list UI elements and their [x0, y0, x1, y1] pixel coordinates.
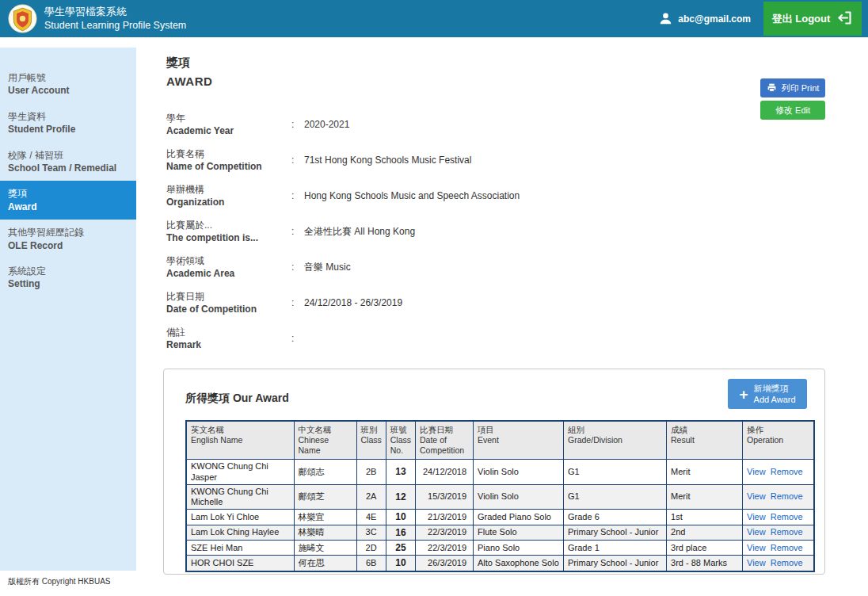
cell-chinese-name: 何在思: [294, 556, 356, 571]
sidebar-item-label-zh: 用戶帳號: [8, 72, 131, 83]
page: 學生學習檔案系統 Student Learning Profile System…: [0, 0, 868, 596]
sidebar-item-label-en: School Team / Remedial: [8, 162, 131, 174]
page-title-zh: 獎項: [166, 55, 190, 71]
remove-link[interactable]: Remove: [771, 512, 803, 522]
field-label: 學年Academic Year: [166, 113, 291, 137]
awards-table: 英文名稱English Name中文名稱Chinese Name班別Class班…: [185, 420, 815, 572]
cell-chinese-name: 林樂晴: [294, 525, 356, 540]
cell-class: 2A: [356, 484, 386, 509]
sidebar-item-user-account[interactable]: 用戶帳號User Account: [0, 65, 136, 104]
remove-link[interactable]: Remove: [771, 543, 803, 552]
cell-grade-division: G1: [564, 484, 667, 509]
column-header: 班別Class: [356, 421, 386, 460]
add-award-label-zh: 新增獎項: [754, 383, 796, 394]
award-row: Lam Lok Ching Haylee林樂晴3C1622/3/2019Flut…: [186, 525, 814, 540]
cell-english-name: Lam Lok Ching Haylee: [186, 525, 294, 540]
sidebar-item-school-team-remedial[interactable]: 校隊 / 補習班School Team / Remedial: [0, 143, 136, 181]
logout-button[interactable]: 登出 Logout: [763, 2, 862, 36]
cell-operation: ViewRemove: [743, 540, 814, 555]
logout-icon: [836, 10, 853, 29]
cell-grade-division: Primary School - Junior: [564, 525, 667, 540]
view-link[interactable]: View: [747, 527, 766, 537]
award-row: Lam Lok Yi Chloe林樂宜4E1021/3/2019Graded P…: [186, 510, 814, 525]
cell-operation: ViewRemove: [743, 484, 814, 509]
cell-result: 3rd - 88 Marks: [667, 556, 743, 571]
cell-operation: ViewRemove: [743, 510, 814, 525]
field-academic-area: 學術領域Academic Area:音樂 Music: [166, 251, 737, 283]
cell-chinese-name: 林樂宜: [294, 510, 356, 525]
top-bar: 學生學習檔案系統 Student Learning Profile System…: [0, 0, 868, 37]
cell-event: Graded Piano Solo: [474, 510, 564, 525]
field-colon: :: [291, 155, 304, 166]
cell-class-no: 10: [386, 556, 415, 571]
cell-chinese-name: 鄺頌芝: [294, 484, 356, 509]
award-row: SZE Hei Man施晞文2D2522/3/2019Piano SoloGra…: [186, 540, 814, 555]
logout-label: 登出 Logout: [772, 12, 831, 26]
sidebar-item-setting[interactable]: 系統設定Setting: [0, 258, 136, 297]
print-label: 列印 Print: [782, 82, 820, 94]
awards-card: 所得獎項 Our Award + 新增獎項 Add Award 英文名稱Engl…: [163, 369, 825, 575]
sidebar-item-label-en: OLE Record: [8, 240, 131, 251]
cell-date: 22/3/2019: [416, 540, 474, 555]
field-competition-name: 比賽名稱Name of Competition:71st Hong Kong S…: [166, 144, 737, 176]
field-organization: 舉辦機構Organization:Hong Kong Schools Music…: [166, 180, 737, 212]
cell-event: Alto Saxophone Solo: [474, 556, 564, 571]
cell-operation: ViewRemove: [743, 460, 814, 484]
view-link[interactable]: View: [747, 512, 766, 522]
column-header: 操作Operation: [743, 421, 814, 460]
field-colon: :: [291, 262, 304, 273]
sidebar-item-label-zh: 獎項: [8, 188, 131, 199]
cell-chinese-name: 鄺頌志: [294, 460, 356, 484]
award-row: KWONG Chung Chi Jasper鄺頌志2B1324/12/2018V…: [186, 460, 814, 484]
add-award-label-en: Add Award: [754, 394, 796, 405]
cell-class: 6B: [356, 556, 386, 571]
remove-link[interactable]: Remove: [771, 467, 803, 476]
field-label: 比賽日期Date of Competition: [166, 291, 291, 315]
printer-icon: [767, 82, 777, 94]
view-link[interactable]: View: [747, 558, 766, 567]
sidebar-item-label-zh: 校隊 / 補習班: [8, 150, 131, 161]
user-email: abc@gmail.com: [678, 13, 751, 25]
remove-link[interactable]: Remove: [771, 558, 803, 567]
edit-button[interactable]: 修改 Edit: [760, 101, 825, 120]
sidebar-item-award[interactable]: 獎項Award: [0, 181, 136, 220]
view-link[interactable]: View: [747, 491, 766, 501]
field-value-organization: Hong Kong Schools Music and Speech Assoc…: [304, 190, 520, 201]
cell-date: 21/3/2019: [416, 510, 474, 525]
remove-link[interactable]: Remove: [771, 527, 803, 537]
cell-class-no: 12: [386, 484, 415, 509]
cell-class-no: 13: [386, 460, 415, 484]
sidebar-item-ole-record[interactable]: 其他學習經歷記錄OLE Record: [0, 220, 136, 258]
add-award-button[interactable]: + 新增獎項 Add Award: [728, 379, 807, 409]
field-label: 比賽屬於...The competition is...: [166, 220, 291, 244]
cell-operation: ViewRemove: [743, 525, 814, 540]
field-colon: :: [291, 119, 304, 130]
cell-result: Merit: [667, 460, 743, 484]
cell-class: 2D: [356, 540, 386, 555]
cell-operation: ViewRemove: [743, 556, 814, 571]
field-competition-scope: 比賽屬於...The competition is...:全港性比賽 All H…: [166, 216, 737, 247]
edit-label: 修改 Edit: [775, 105, 810, 117]
view-link[interactable]: View: [747, 543, 766, 552]
sidebar-item-student-profile[interactable]: 學生資料Student Profile: [0, 104, 136, 143]
sidebar: 用戶帳號User Account學生資料Student Profile校隊 / …: [0, 48, 136, 571]
cell-english-name: HOR CHOI SZE: [186, 556, 294, 571]
field-value-competition-date: 24/12/2018 - 26/3/2019: [304, 297, 402, 308]
app-title: 學生學習檔案系統 Student Learning Profile System: [44, 6, 186, 32]
sidebar-item-label-en: Award: [8, 201, 131, 212]
cell-class: 3C: [356, 525, 386, 540]
print-button[interactable]: 列印 Print: [760, 78, 825, 97]
field-label: 學術領域Academic Area: [166, 255, 291, 280]
cell-date: 15/3/2019: [416, 484, 474, 509]
view-link[interactable]: View: [747, 467, 766, 476]
award-row: HOR CHOI SZE何在思6B1026/3/2019Alto Saxopho…: [186, 556, 814, 571]
field-colon: :: [291, 226, 304, 237]
column-header: 比賽日期Date of Competition: [416, 421, 474, 460]
cell-result: 3rd place: [667, 540, 743, 555]
sidebar-nav: 用戶帳號User Account學生資料Student Profile校隊 / …: [0, 65, 136, 297]
field-colon: :: [291, 297, 304, 308]
field-remark: 備註Remark:: [166, 323, 737, 354]
column-header: 項目Event: [474, 421, 564, 460]
cell-event: Flute Solo: [474, 525, 564, 540]
remove-link[interactable]: Remove: [771, 491, 803, 501]
